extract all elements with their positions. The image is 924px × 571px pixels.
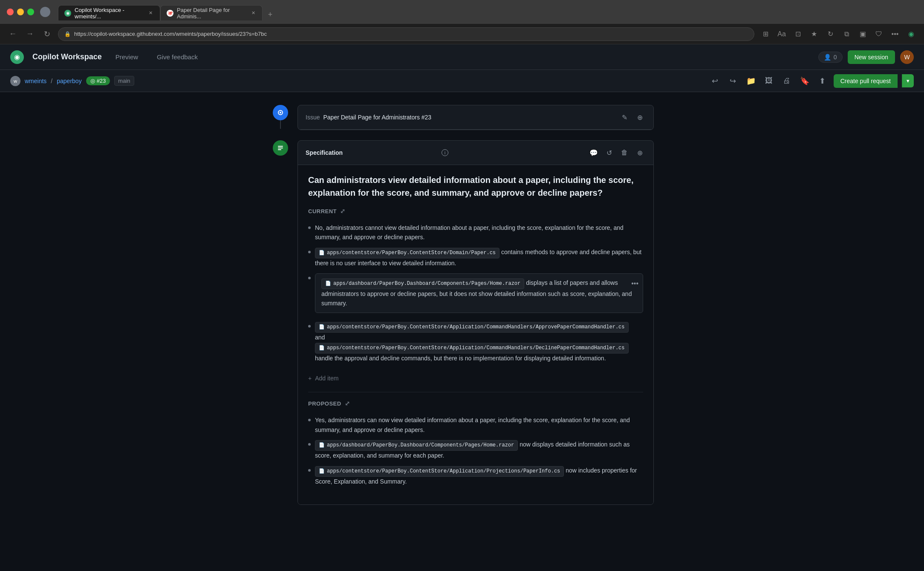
- redo-button[interactable]: ↪: [726, 74, 740, 88]
- nav-forward-button[interactable]: →: [24, 28, 36, 40]
- issue-expand-button[interactable]: ⊕: [634, 111, 646, 123]
- current-bullet-list: No, administrators cannot view detailed …: [308, 220, 643, 365]
- extensions-icon[interactable]: ⊞: [759, 28, 771, 40]
- issue-label-tag: Issue: [306, 114, 320, 121]
- proposed-label-text: Proposed: [308, 400, 341, 407]
- bullet-dot-2: [308, 251, 311, 253]
- svg-rect-2: [278, 146, 283, 147]
- refresh-alt-icon[interactable]: ↻: [824, 28, 836, 40]
- timeline-line-1: [280, 120, 281, 129]
- code-ref-paper-cs-text: apps/contentstore/PaperBoy.ContentStore/…: [327, 249, 496, 257]
- user-avatar[interactable]: W: [900, 50, 914, 64]
- code-ref-decline-handler[interactable]: 📄 apps/contentstore/PaperBoy.ContentStor…: [315, 343, 629, 354]
- breadcrumb-owner[interactable]: wmeints: [25, 78, 46, 84]
- browser-nav-icons: ⊞ Aa ⊡ ★ ↻ ⧉ ▣ 🛡 ••• ◉: [759, 28, 917, 40]
- bookmark-sub-button[interactable]: 🔖: [798, 74, 811, 88]
- issue-icon: ◎: [90, 78, 95, 84]
- tab-favicon-copilot: ◉: [64, 10, 71, 17]
- add-item-plus-icon: +: [308, 375, 312, 382]
- current-item-4: 📄 apps/contentstore/PaperBoy.ContentStor…: [308, 319, 643, 366]
- issue-badge: ◎ #23: [86, 76, 110, 85]
- folder-button[interactable]: 📁: [744, 74, 758, 88]
- code-ref-home-razor-proposed[interactable]: 📄 apps/dashboard/PaperBoy.Dashboard/Comp…: [315, 440, 518, 451]
- counter-value: 0: [834, 54, 837, 61]
- current-move-icon[interactable]: ⤢: [340, 208, 346, 214]
- tab-groups-icon[interactable]: ⧉: [840, 28, 852, 40]
- item-more-icon[interactable]: •••: [631, 278, 638, 289]
- split-icon[interactable]: ▣: [857, 28, 869, 40]
- new-session-button[interactable]: New session: [848, 50, 895, 64]
- image-button[interactable]: 🖼: [762, 74, 776, 88]
- current-section-label: Current ⤢: [308, 208, 643, 214]
- traffic-light-red[interactable]: [7, 9, 14, 15]
- issue-number: #23: [97, 78, 106, 84]
- spec-question: Can administrators view detailed informa…: [308, 174, 643, 199]
- breadcrumb-repo[interactable]: paperboy: [57, 78, 81, 84]
- svg-rect-4: [278, 149, 281, 150]
- traffic-light-green[interactable]: [27, 9, 34, 15]
- current-item-2-content: 📄 apps/contentstore/PaperBoy.ContentStor…: [315, 247, 643, 268]
- share-button[interactable]: ⬆: [816, 74, 829, 88]
- code-ref-home-razor-text: apps/dashboard/PaperBoy.Dashboard/Compon…: [333, 280, 520, 288]
- code-ref-home-razor[interactable]: 📄 apps/dashboard/PaperBoy.Dashboard/Comp…: [321, 278, 524, 289]
- more-icon[interactable]: •••: [889, 28, 901, 40]
- address-bar[interactable]: 🔒 https://copilot-workspace.githubnext.c…: [58, 27, 754, 41]
- browser-profile-avatar[interactable]: [40, 7, 50, 17]
- highlighted-item-actions: •••: [631, 278, 638, 289]
- create-pr-button[interactable]: Create pull request: [834, 74, 898, 88]
- header-right: 👤 0 New session W: [818, 50, 914, 64]
- spec-info-icon[interactable]: i: [442, 149, 448, 156]
- proposed-bullet-dot-1: [308, 419, 311, 421]
- spec-comment-button[interactable]: 💬: [588, 147, 600, 159]
- spec-delete-button[interactable]: 🗑: [618, 147, 630, 159]
- proposed-item-3: 📄 apps/contentstore/PaperBoy.ContentStor…: [308, 463, 643, 489]
- browser-tab-copilot[interactable]: ◉ Copilot Workspace - wmeints/... ✕: [58, 5, 160, 20]
- shield-icon[interactable]: 🛡: [873, 28, 885, 40]
- preview-button[interactable]: Preview: [110, 51, 143, 63]
- section-divider: [308, 392, 643, 392]
- code-ref-approve-handler[interactable]: 📄 apps/contentstore/PaperBoy.ContentStor…: [315, 322, 629, 333]
- spec-card: Specification i 💬 ↺ 🗑 ⊕ Can administrato…: [297, 140, 654, 505]
- svg-rect-3: [278, 148, 283, 148]
- copilot-nav-icon[interactable]: ◉: [905, 28, 917, 40]
- proposed-bullet-dot-2: [308, 443, 311, 446]
- code-ref-icon-5: 📄: [319, 442, 325, 449]
- code-ref-paper-info[interactable]: 📄 apps/contentstore/PaperBoy.ContentStor…: [315, 466, 564, 477]
- traffic-light-yellow[interactable]: [17, 9, 24, 15]
- code-ref-decline-text: apps/contentstore/PaperBoy.ContentStore/…: [327, 344, 625, 352]
- text-icon[interactable]: Aa: [776, 28, 788, 40]
- print-button[interactable]: 🖨: [780, 74, 794, 88]
- proposed-bullet-dot-3: [308, 469, 311, 472]
- code-ref-paper-cs[interactable]: 📄 apps/contentstore/PaperBoy.ContentStor…: [315, 248, 500, 258]
- browser-tab-paper[interactable]: 🐙 Paper Detail Page for Adminis... ✕: [160, 5, 263, 20]
- address-bar-url[interactable]: https://copilot-workspace.githubnext.com…: [74, 31, 267, 37]
- current-item-3: ••• 📄 apps/dashboard/PaperBoy.Dashboard/…: [308, 271, 643, 319]
- proposed-item-3-content: 📄 apps/contentstore/PaperBoy.ContentStor…: [315, 466, 643, 487]
- spec-timeline-item: Specification i 💬 ↺ 🗑 ⊕ Can administrato…: [270, 140, 654, 505]
- session-counter: 👤 0: [818, 52, 843, 63]
- new-tab-button[interactable]: +: [264, 9, 276, 20]
- tab-label-copilot: Copilot Workspace - wmeints/...: [75, 7, 143, 20]
- bookmark-icon[interactable]: ★: [808, 28, 820, 40]
- nav-refresh-button[interactable]: ↻: [41, 28, 53, 40]
- tab-close-paper[interactable]: ✕: [250, 10, 256, 17]
- code-ref-home-razor-proposed-text: apps/dashboard/PaperBoy.Dashboard/Compon…: [327, 441, 514, 449]
- reader-icon[interactable]: ⊡: [792, 28, 804, 40]
- issue-card: Issue Paper Detail Page for Administrato…: [297, 105, 654, 130]
- spec-refresh-button[interactable]: ↺: [603, 147, 615, 159]
- person-icon: 👤: [824, 54, 831, 61]
- browser-title-bar: ◉ Copilot Workspace - wmeints/... ✕ 🐙 Pa…: [0, 0, 924, 24]
- proposed-move-icon[interactable]: ⤢: [345, 400, 350, 407]
- spec-timeline-connector: [270, 140, 291, 156]
- spec-expand-button[interactable]: ⊕: [634, 147, 646, 159]
- nav-back-button[interactable]: ←: [7, 28, 19, 40]
- address-bar-lock-icon: 🔒: [64, 31, 71, 37]
- spec-header-title: Specification: [306, 149, 438, 156]
- create-pr-dropdown-button[interactable]: ▾: [902, 74, 914, 87]
- issue-edit-button[interactable]: ✎: [618, 111, 630, 123]
- feedback-button[interactable]: Give feedback: [152, 51, 203, 63]
- add-item-button[interactable]: + Add item: [308, 372, 643, 384]
- tab-close-copilot[interactable]: ✕: [148, 10, 154, 17]
- undo-button[interactable]: ↩: [708, 74, 722, 88]
- breadcrumb-sep: /: [51, 78, 52, 84]
